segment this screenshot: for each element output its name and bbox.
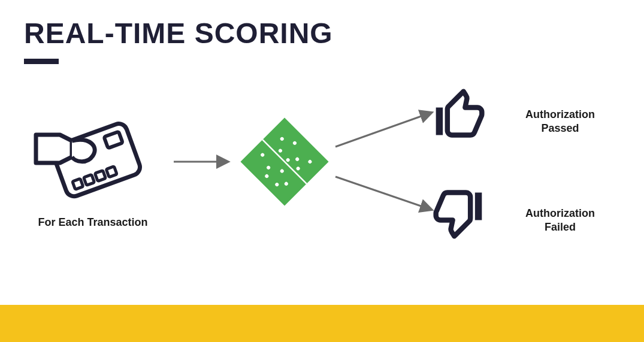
node-transaction: For Each Transaction: [33, 108, 153, 229]
node-passed: [431, 87, 491, 142]
footer-accent-bar: [0, 305, 644, 342]
title-underline: [24, 59, 59, 64]
svg-rect-1: [104, 132, 123, 149]
node-failed-label: AuthorizationFailed: [500, 207, 620, 235]
node-model: [237, 114, 332, 210]
svg-rect-3: [84, 174, 95, 185]
svg-rect-5: [106, 167, 117, 177]
arrow-model-to-failed: [335, 177, 431, 210]
arrow-model-to-passed: [335, 113, 431, 147]
thumbs-up-icon: [431, 87, 491, 142]
svg-rect-4: [95, 171, 105, 181]
diagram-canvas: For Each Transaction: [0, 90, 644, 287]
node-passed-label: AuthorizationPassed: [500, 108, 620, 136]
hand-card-icon: [33, 108, 153, 210]
page-title: REAL-TIME SCORING: [24, 17, 333, 50]
ml-model-diamond-icon: [237, 114, 332, 210]
node-failed: [431, 186, 491, 241]
thumbs-down-icon: [431, 186, 491, 241]
svg-rect-2: [72, 178, 83, 189]
node-transaction-label: For Each Transaction: [33, 216, 153, 229]
